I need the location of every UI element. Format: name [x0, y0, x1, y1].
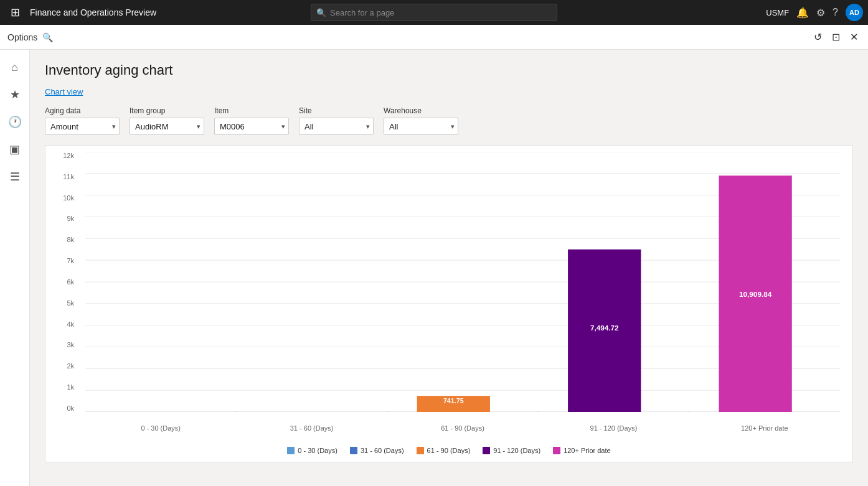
bell-icon[interactable]: 🔔 — [796, 7, 809, 19]
legend-color-120plus — [553, 447, 560, 454]
bar-91-120-label: 7,494.72 — [590, 324, 619, 332]
sidebar-modules-icon[interactable]: ☰ — [2, 164, 27, 189]
sidebar-recent-icon[interactable]: 🕐 — [2, 110, 27, 134]
legend-item-0-30: 0 - 30 (Days) — [287, 447, 337, 454]
site-label: Site — [299, 106, 374, 115]
y-label-0k: 0k — [50, 404, 74, 412]
x-label-0-30: 0 - 30 (Days) — [85, 424, 236, 432]
item-filter: Item M0006 All — [214, 106, 289, 135]
content-area: Inventory aging chart Chart view Aging d… — [30, 50, 868, 486]
x-label-91-120: 91 - 120 (Days) — [538, 424, 689, 432]
y-label-1k: 1k — [50, 383, 74, 391]
item-select-wrapper: M0006 All — [214, 118, 289, 135]
options-label: Options — [7, 32, 37, 42]
y-label-12k: 12k — [50, 152, 74, 159]
search-icon: 🔍 — [316, 8, 326, 17]
refresh-button[interactable]: ↺ — [811, 29, 824, 45]
search-input[interactable] — [330, 8, 552, 17]
legend-label-0-30: 0 - 30 (Days) — [298, 447, 337, 454]
sidebar: ⌂ ★ 🕐 ▣ ☰ — [0, 50, 30, 486]
item-group-select[interactable]: AudioRM All — [130, 118, 204, 135]
bar-120plus-label: 10,909.84 — [739, 290, 772, 298]
sidebar-home-icon[interactable]: ⌂ — [2, 55, 27, 80]
y-label-9k: 9k — [50, 215, 74, 222]
aging-data-select-wrapper: Amount Quantity — [45, 118, 120, 135]
options-bar-actions: ↺ ⊡ ✕ — [811, 29, 861, 45]
x-label-61-90: 61 - 90 (Days) — [387, 424, 538, 432]
legend: 0 - 30 (Days) 31 - 60 (Days) 61 - 90 (Da… — [45, 447, 852, 454]
search-bar[interactable]: 🔍 — [311, 4, 557, 21]
bar-61-90-label: 741.75 — [443, 397, 464, 404]
y-label-4k: 4k — [50, 320, 74, 328]
filter-row: Aging data Amount Quantity Item group Au… — [45, 106, 853, 135]
y-label-11k: 11k — [50, 173, 74, 180]
chart-container: 741.75 7,494.72 10,909.84 12k 11k 10k 9k — [45, 145, 853, 462]
top-bar-right: USMF 🔔 ⚙ ? AD — [766, 4, 863, 21]
aging-data-select[interactable]: Amount Quantity — [45, 118, 120, 135]
y-label-8k: 8k — [50, 236, 74, 243]
warehouse-label: Warehouse — [384, 106, 458, 115]
legend-color-0-30 — [287, 447, 295, 454]
legend-label-91-120: 91 - 120 (Days) — [493, 447, 540, 454]
warehouse-select-wrapper: All — [384, 118, 458, 135]
x-label-120plus: 120+ Prior date — [689, 424, 840, 432]
chart-svg: 741.75 7,494.72 10,909.84 — [85, 152, 840, 412]
legend-label-120plus: 120+ Prior date — [564, 447, 611, 454]
warehouse-filter: Warehouse All — [384, 106, 458, 135]
legend-item-120plus: 120+ Prior date — [553, 447, 611, 454]
y-label-3k: 3k — [50, 341, 74, 348]
legend-item-31-60: 31 - 60 (Days) — [350, 447, 404, 454]
y-label-7k: 7k — [50, 257, 74, 264]
chart-view-tab[interactable]: Chart view — [45, 87, 83, 96]
options-search-icon[interactable]: 🔍 — [42, 32, 53, 42]
item-group-label: Item group — [130, 106, 204, 115]
sidebar-favorites-icon[interactable]: ★ — [2, 82, 27, 107]
page-title: Inventory aging chart — [45, 62, 853, 78]
sidebar-workspaces-icon[interactable]: ▣ — [2, 137, 27, 162]
aging-data-filter: Aging data Amount Quantity — [45, 106, 120, 135]
popout-button[interactable]: ⊡ — [829, 29, 842, 45]
aging-data-label: Aging data — [45, 106, 120, 115]
y-label-2k: 2k — [50, 362, 74, 370]
top-bar: ⊞ Finance and Operations Preview 🔍 USMF … — [0, 0, 868, 25]
y-label-5k: 5k — [50, 299, 74, 307]
x-label-31-60: 31 - 60 (Days) — [236, 424, 387, 432]
site-select[interactable]: All — [299, 118, 374, 135]
legend-item-61-90: 61 - 90 (Days) — [417, 447, 471, 454]
y-label-10k: 10k — [50, 194, 74, 202]
legend-color-61-90 — [417, 447, 424, 454]
x-axis: 0 - 30 (Days) 31 - 60 (Days) 61 - 90 (Da… — [85, 424, 840, 432]
site-select-wrapper: All — [299, 118, 374, 135]
legend-item-91-120: 91 - 120 (Days) — [483, 447, 540, 454]
legend-color-31-60 — [350, 447, 357, 454]
item-select[interactable]: M0006 All — [214, 118, 289, 135]
site-filter: Site All — [299, 106, 374, 135]
help-icon[interactable]: ? — [833, 7, 838, 18]
avatar[interactable]: AD — [846, 4, 863, 21]
main-layout: ⌂ ★ 🕐 ▣ ☰ Inventory aging chart Chart vi… — [0, 50, 868, 486]
grid-icon[interactable]: ⊞ — [5, 6, 25, 19]
options-bar: Options 🔍 ↺ ⊡ ✕ — [0, 25, 868, 50]
item-group-filter: Item group AudioRM All — [130, 106, 204, 135]
y-axis: 12k 11k 10k 9k 8k 7k 6k 5k 4k 3k 2k 1k 0… — [50, 152, 74, 412]
y-label-6k: 6k — [50, 278, 74, 286]
close-button[interactable]: ✕ — [847, 29, 861, 45]
legend-label-31-60: 31 - 60 (Days) — [361, 447, 404, 454]
legend-color-91-120 — [483, 447, 490, 454]
warehouse-select[interactable]: All — [384, 118, 458, 135]
user-label: USMF — [766, 8, 789, 17]
legend-label-61-90: 61 - 90 (Days) — [427, 447, 471, 454]
item-group-select-wrapper: AudioRM All — [130, 118, 204, 135]
item-label: Item — [214, 106, 289, 115]
settings-icon[interactable]: ⚙ — [816, 7, 825, 19]
